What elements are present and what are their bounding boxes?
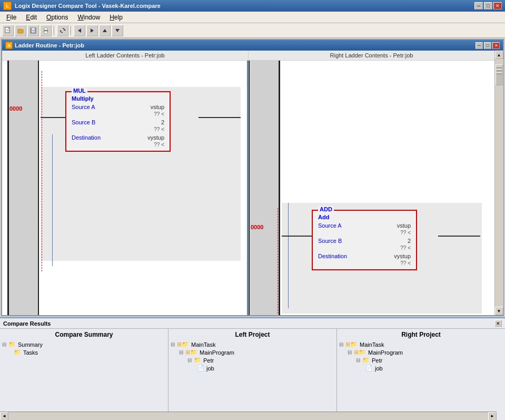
window-controls: ─ □ ✕ [474,2,502,9]
toolbar-down-button[interactable] [112,25,123,36]
svg-rect-3 [6,31,9,31]
svg-marker-12 [64,30,66,31]
right-folder-mainprogram: ⊞📁 [354,349,366,356]
left-dest-value: vystup [147,134,164,141]
right-vert-blue [288,203,289,308]
compare-results-close-button[interactable]: ✕ [494,320,502,327]
toolbar-up-button[interactable] [99,25,111,36]
hscroll-right-button[interactable]: ► [488,412,497,421]
menu-window[interactable]: Window [73,13,104,22]
compare-results-panel: Compare Results ✕ Compare Summary ⊟ 📁 Su… [0,317,505,420]
compare-left-header: Left Project [171,331,334,338]
right-tree-petr[interactable]: ⊟ 📁 Petr [339,356,503,364]
left-folder-maintask: ⊞📁 [177,341,189,348]
right-tree-job[interactable]: 📄 job [339,364,503,372]
left-instruction-title: Multiply [72,95,164,102]
scroll-grip-2 [497,69,502,71]
compare-results-title-bar: Compare Results ✕ [0,318,505,329]
close-button[interactable]: ✕ [493,2,502,9]
toolbar-forward-button[interactable] [86,25,98,36]
hscroll-left-button[interactable]: ◄ [0,412,8,421]
menu-file[interactable]: File [2,13,21,22]
svg-rect-2 [6,30,9,30]
toolbar-back-button[interactable] [74,25,85,36]
left-tree-job[interactable]: 📄 job [171,364,334,372]
svg-rect-11 [44,31,47,33]
inner-window-icon: ⊞ [5,42,13,49]
right-expand-mainprogram: ⊟ [348,349,352,355]
svg-rect-8 [32,31,35,33]
right-petr-label: Petr [372,357,382,364]
left-expand-petr: ⊟ [187,357,192,363]
left-source-b-value: 2 [161,119,164,125]
scroll-track[interactable] [495,59,503,307]
left-expand-maintask: ⊟ [171,341,175,347]
main-area: ⊞ Ladder Routine - Petr:job ─ □ ✕ Left L… [0,38,505,420]
tree-summary-root[interactable]: ⊟ 📁 Summary [2,340,166,348]
scroll-thumb[interactable] [496,64,503,85]
compare-summary-col: Compare Summary ⊟ 📁 Summary 📁 Tasks [0,329,169,420]
right-folder-petr: 📁 [362,357,370,364]
left-dest-label: Destination [72,134,101,141]
right-source-a-label: Source A [318,222,342,229]
title-bar: L Logix Designer Compare Tool - Vasek-Ka… [0,0,505,12]
left-ladder-content: 0000 MUL Multiply Source A [2,61,248,315]
scroll-up-button[interactable]: ▲ [495,51,503,59]
ladder-area: Left Ladder Contents - Petr:job 0000 [2,51,503,315]
menu-help[interactable]: Help [105,13,127,22]
right-tree-mainprogram[interactable]: ⊟ ⊞📁 MainProgram [339,348,503,356]
svg-marker-17 [115,29,120,32]
inner-title-bar: ⊞ Ladder Routine - Petr:job ─ □ ✕ [2,40,503,51]
inner-minimize-button[interactable]: ─ [476,42,483,49]
hscroll-track[interactable] [8,413,488,420]
svg-marker-14 [78,28,81,33]
left-tree-maintask[interactable]: ⊟ ⊞📁 MainTask [171,340,334,348]
right-folder-maintask: ⊞📁 [345,341,358,348]
right-instruction-label: ADD [318,206,334,212]
menu-options[interactable]: Options [42,13,72,22]
minimize-button[interactable]: ─ [474,2,483,9]
toolbar-new-button[interactable] [2,25,14,36]
svg-marker-13 [60,31,62,32]
toolbar-open-button[interactable] [15,25,26,36]
menu-bar: File Edit Options Window Help [0,12,505,23]
compare-right-header: Right Project [339,331,503,338]
toolbar-save-button[interactable] [27,25,39,36]
svg-rect-7 [32,28,35,30]
right-mainprogram-label: MainProgram [368,349,403,356]
toolbar-refresh-button[interactable] [57,25,68,36]
right-expand-maintask: ⊟ [339,341,343,347]
right-source-a-value: vstup [397,222,411,229]
app-icon: L [3,2,12,10]
compare-results-body: Compare Summary ⊟ 📁 Summary 📁 Tasks Left… [0,329,505,420]
inner-restore-button[interactable]: □ [484,42,491,49]
left-rail-bar [7,61,39,315]
svg-rect-5 [18,29,21,30]
left-expand-mainprogram: ⊟ [179,349,183,355]
left-header: Left Ladder Contents - Petr:job [2,51,248,61]
compare-left-col: Left Project ⊟ ⊞📁 MainTask ⊟ ⊞📁 MainProg… [169,329,337,420]
left-tree-mainprogram[interactable]: ⊟ ⊞📁 MainProgram [171,348,334,356]
left-instruction-box: MUL Multiply Source A vstup ?? < Source … [65,91,171,152]
menu-edit[interactable]: Edit [22,13,41,22]
left-tree-petr[interactable]: ⊟ 📁 Petr [171,356,334,364]
tree-tasks-label: Tasks [23,349,38,356]
right-rail-h-right [438,236,480,237]
folder-icon-tasks: 📁 [14,349,21,356]
toolbar-sep-2 [71,26,72,35]
left-source-a-label: Source A [72,104,95,110]
compare-summary-header: Compare Summary [2,331,166,338]
right-rung-number: 0000 [251,224,263,230]
left-folder-petr: 📁 [194,357,201,364]
scroll-down-button[interactable]: ▼ [495,307,503,315]
inner-close-button[interactable]: ✕ [492,42,500,49]
folder-icon-summary: 📁 [8,341,16,348]
maximize-button[interactable]: □ [484,2,492,9]
left-rail-h-right [199,117,241,118]
right-tree-maintask[interactable]: ⊟ ⊞📁 MainTask [339,340,503,348]
left-vert-blue [52,134,53,266]
tree-tasks-item[interactable]: 📁 Tasks [2,348,166,356]
right-dest-sub: ?? < [318,260,411,266]
right-source-a-sub: ?? < [318,230,411,236]
toolbar-print-button[interactable] [40,25,52,36]
